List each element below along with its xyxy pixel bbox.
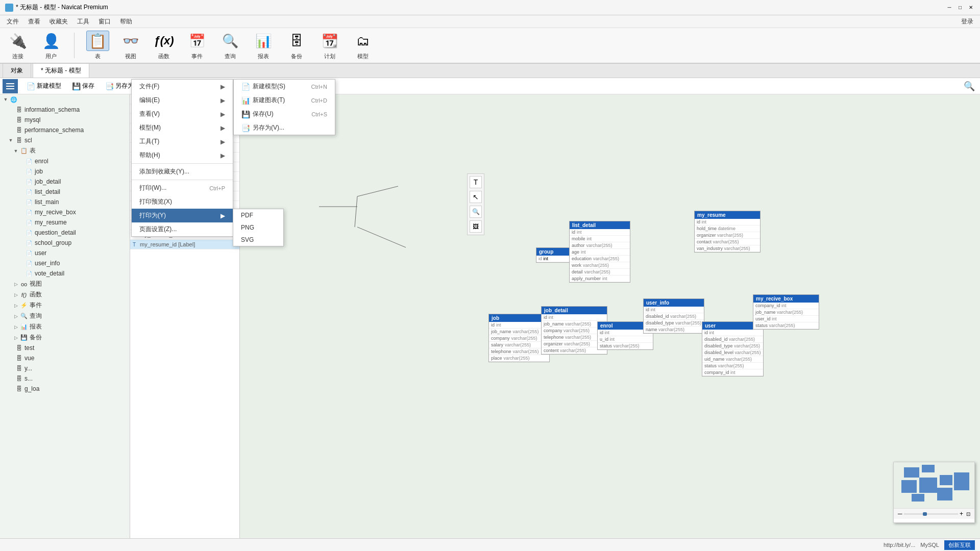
menu-print-shortcut: Ctrl+P bbox=[209, 185, 225, 191]
file-saveas[interactable]: 📑 另存为(V)... bbox=[234, 121, 335, 135]
menu-print-item[interactable]: 打印(W)... Ctrl+P bbox=[132, 181, 233, 195]
menu-pagesetup-item[interactable]: 页面设置(Z)... bbox=[132, 222, 233, 236]
file-save[interactable]: 💾 保存(U) Ctrl+S bbox=[234, 107, 335, 121]
printto-svg[interactable]: SVG bbox=[233, 234, 283, 246]
file-save-shortcut: Ctrl+S bbox=[311, 111, 327, 117]
file-saveas-label: 另存为(V)... bbox=[253, 123, 284, 132]
menu-helpm-arrow: ▶ bbox=[220, 152, 225, 159]
menu-tools-arrow: ▶ bbox=[220, 138, 225, 145]
menu-edit-item[interactable]: 编辑(E) ▶ bbox=[132, 93, 233, 107]
menu-file-arrow: ▶ bbox=[220, 83, 225, 90]
menu-pagesetup-label: 页面设置(Z)... bbox=[139, 226, 177, 233]
file-save-label: 保存(U) bbox=[253, 110, 274, 118]
file-newmodel-label: 新建模型(S) bbox=[253, 82, 285, 91]
menu-viewm-item[interactable]: 查看(V) ▶ bbox=[132, 107, 233, 121]
menu-addfav-item[interactable]: 添加到收藏夹(Y)... bbox=[132, 165, 233, 179]
menu-model-item[interactable]: 模型(M) ▶ bbox=[132, 121, 233, 135]
menu-sep1 bbox=[132, 163, 233, 164]
menu-edit-arrow: ▶ bbox=[220, 97, 225, 104]
menu-printpreview-item[interactable]: 打印预览(X) bbox=[132, 195, 233, 209]
menu-printto-item[interactable]: 打印为(Y) ▶ PDF PNG SVG bbox=[132, 209, 233, 222]
menu-file-item[interactable]: 文件(F) ▶ bbox=[132, 80, 233, 93]
file-newtable[interactable]: 📊 新建图表(T) Ctrl+D bbox=[234, 93, 335, 107]
hamburger-dropdown: 文件(F) ▶ 编辑(E) ▶ 查看(V) ▶ 模型(M) ▶ 工具(T) ▶ … bbox=[131, 79, 233, 237]
menu-model-arrow: ▶ bbox=[220, 124, 225, 132]
printto-png[interactable]: PNG bbox=[233, 221, 283, 234]
menu-print-label: 打印(W)... bbox=[139, 184, 166, 192]
menu-edit-label: 编辑(E) bbox=[139, 96, 160, 105]
menu-helpm-label: 帮助(H) bbox=[139, 151, 160, 160]
menu-viewm-arrow: ▶ bbox=[220, 111, 225, 118]
menu-helpm-item[interactable]: 帮助(H) ▶ bbox=[132, 148, 233, 162]
dropdown-overlay: 文件(F) ▶ 编辑(E) ▶ 查看(V) ▶ 模型(M) ▶ 工具(T) ▶ … bbox=[0, 0, 980, 551]
menu-viewm-label: 查看(V) bbox=[139, 110, 160, 118]
printto-submenu: PDF PNG SVG bbox=[233, 209, 284, 246]
menu-tools-label: 工具(T) bbox=[139, 137, 159, 146]
menu-sep2 bbox=[132, 180, 233, 180]
menu-addfav-label: 添加到收藏夹(Y)... bbox=[139, 168, 189, 175]
menu-printpreview-label: 打印预览(X) bbox=[139, 198, 172, 205]
menu-printto-arrow: ▶ bbox=[220, 212, 225, 219]
file-newtable-label: 新建图表(T) bbox=[253, 96, 285, 105]
menu-printto-label: 打印为(Y) bbox=[139, 211, 166, 220]
file-newtable-shortcut: Ctrl+D bbox=[311, 97, 327, 104]
menu-model-label: 模型(M) bbox=[139, 123, 161, 132]
file-newmodel-shortcut: Ctrl+N bbox=[311, 84, 327, 90]
file-newmodel[interactable]: 📄 新建模型(S) Ctrl+N bbox=[234, 80, 335, 93]
menu-file-label: 文件(F) bbox=[139, 82, 159, 91]
menu-tools-item[interactable]: 工具(T) ▶ bbox=[132, 135, 233, 148]
printto-pdf[interactable]: PDF bbox=[233, 209, 283, 221]
file-submenu: 📄 新建模型(S) Ctrl+N 📊 新建图表(T) Ctrl+D 💾 保存(U… bbox=[233, 79, 335, 135]
